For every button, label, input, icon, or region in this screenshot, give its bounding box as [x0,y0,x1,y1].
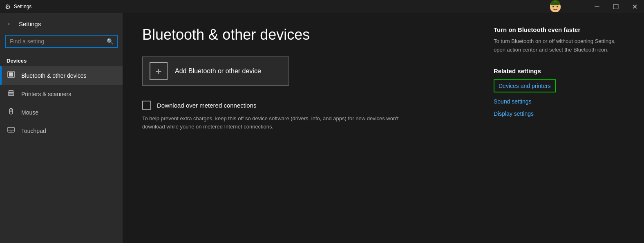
sidebar-item-printers[interactable]: Printers & scanners [0,85,123,103]
tip-text: To turn Bluetooth on or off without open… [494,37,624,54]
svg-point-15 [11,110,11,110]
content-area: Bluetooth & other devices + Add Bluetoot… [123,13,644,243]
tip-title: Turn on Bluetooth even faster [494,26,624,33]
svg-rect-8 [9,72,13,76]
maximize-button[interactable]: ❐ [606,0,625,13]
svg-rect-11 [9,94,13,95]
plus-icon: + [155,65,161,78]
search-input[interactable] [6,36,103,47]
tip-box: Turn on Bluetooth even faster To turn Bl… [494,26,624,54]
sidebar-item-bluetooth-label: Bluetooth & other devices [21,72,87,79]
related-link-display[interactable]: Display settings [494,110,624,117]
sidebar-item-mouse-label: Mouse [21,109,38,116]
metered-checkbox[interactable] [142,101,151,110]
svg-point-4 [557,6,558,7]
settings-icon: ⚙ [5,3,11,11]
svg-rect-10 [9,90,13,92]
bluetooth-icon [7,70,16,81]
titlebar-title: Settings [14,4,31,9]
related-link-devices-printers[interactable]: Devices and printers [494,79,556,92]
sidebar-back-label: Settings [19,20,41,27]
titlebar: ⚙ Settings ─ ❐ ✕ [0,0,644,13]
sidebar-item-printers-label: Printers & scanners [21,91,71,97]
svg-rect-6 [550,3,552,4]
sidebar-item-touchpad[interactable]: Touchpad [0,122,123,140]
search-icon: 🔍 [103,38,117,45]
minimize-button[interactable]: ─ [588,0,606,13]
back-arrow-icon: ← [7,20,14,28]
checkbox-row: Download over metered connections [142,101,477,110]
close-button[interactable]: ✕ [625,0,644,13]
add-device-button[interactable]: + Add Bluetooth or other device [142,56,289,86]
svg-rect-5 [551,2,560,5]
titlebar-left: ⚙ Settings [5,3,31,11]
back-button[interactable]: ← Settings [0,16,123,32]
content-right: Turn on Bluetooth even faster To turn Bl… [494,26,624,230]
related-settings: Related settings Devices and printers So… [494,68,624,117]
content-main: Bluetooth & other devices + Add Bluetoot… [142,26,477,230]
sidebar-item-touchpad-label: Touchpad [21,128,46,134]
touchpad-icon [7,126,16,136]
checkbox-description: To help prevent extra charges, keep this… [142,115,420,130]
sidebar-section-label: Devices [0,51,123,66]
page-title: Bluetooth & other devices [142,26,477,43]
app-body: ← Settings 🔍 Devices Bluetooth & other d… [0,13,644,243]
sidebar-item-bluetooth[interactable]: Bluetooth & other devices [0,66,123,85]
search-box[interactable]: 🔍 [5,35,118,48]
svg-point-3 [552,6,554,7]
add-device-label: Add Bluetooth or other device [175,68,261,75]
sidebar: ← Settings 🔍 Devices Bluetooth & other d… [0,13,123,243]
add-device-icon-box: + [150,62,168,80]
mouse-icon [7,107,16,117]
checkbox-section: Download over metered connections To hel… [142,101,477,130]
sidebar-item-mouse[interactable]: Mouse [0,103,123,122]
printer-icon [7,89,16,99]
related-settings-title: Related settings [494,68,624,74]
related-link-sound[interactable]: Sound settings [494,98,624,105]
checkbox-label: Download over metered connections [157,102,256,109]
